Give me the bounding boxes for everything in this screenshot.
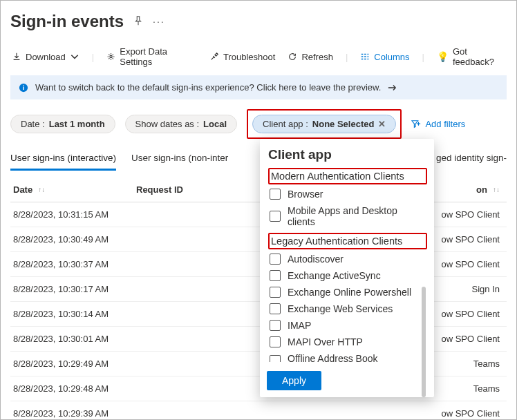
cell-date: 8/28/2023, 10:30:49 AM [13,234,136,245]
checkbox-icon [270,336,281,347]
legacy-options: AutodiscoverExchange ActiveSyncExchange … [267,254,427,364]
add-filters-button[interactable]: Add filters [411,119,465,129]
svg-point-0 [110,55,112,57]
cell-request [136,334,254,344]
cell-date: 8/28/2023, 10:29:39 AM [13,408,136,419]
checkbox-icon [270,320,281,331]
option-label: Mobile Apps and Desktop clients [288,205,427,227]
cell-date: 8/28/2023, 10:30:14 AM [13,309,136,319]
checkbox-option[interactable]: MAPI Over HTTP [270,336,427,347]
troubleshoot-button[interactable]: Troubleshoot [209,52,275,62]
cell-request [136,234,254,245]
checkbox-option[interactable]: Offline Address Book [270,353,427,364]
cell-request [136,209,254,220]
checkbox-option[interactable]: Autodiscover [270,254,427,265]
columns-label: Columns [374,52,409,62]
modern-options: BrowserMobile Apps and Desktop clients [267,189,427,227]
date-filter-pill[interactable]: Date : Last 1 month [10,115,115,133]
sort-icon[interactable]: ↑↓ [38,186,45,193]
client-app-value: None Selected [312,119,375,129]
apply-button[interactable]: Apply [267,371,321,390]
refresh-label: Refresh [301,52,333,62]
option-label: Browser [288,189,323,200]
refresh-button[interactable]: Refresh [288,52,333,62]
checkbox-icon [270,287,281,298]
checkbox-icon [270,355,281,362]
checkbox-option[interactable]: Mobile Apps and Desktop clients [270,205,427,227]
export-settings-button[interactable]: Export Data Settings [106,46,197,67]
troubleshoot-label: Troubleshoot [223,52,275,62]
cell-request [136,359,254,369]
command-bar: Download | Export Data Settings Troubles… [10,46,507,75]
option-label: Autodiscover [288,254,344,265]
arrow-right-icon [388,84,397,92]
download-label: Download [26,52,66,62]
checkbox-option[interactable]: Exchange Online Powershell [270,287,427,298]
more-icon[interactable]: ··· [153,16,165,27]
checkbox-option[interactable]: Exchange ActiveSync [270,270,427,281]
checkbox-option[interactable]: IMAP [270,320,427,331]
date-filter-key: Date : [21,119,45,129]
show-dates-pill[interactable]: Show dates as : Local [125,115,237,133]
client-app-filter-pill[interactable]: Client app : None Selected ✕ [252,115,396,133]
cell-request [136,284,254,294]
modern-auth-header: Modern Authentication Clients [268,168,427,184]
cell-date: 8/28/2023, 10:31:15 AM [13,209,136,220]
separator: | [346,52,348,62]
option-label: MAPI Over HTTP [288,336,363,347]
svg-rect-2 [23,86,24,89]
checkbox-icon [270,270,281,281]
option-label: Exchange Online Powershell [288,287,411,298]
page-title: Sign-in events [10,12,124,31]
checkbox-icon [270,211,281,222]
option-label: Offline Address Book [288,353,377,364]
client-app-highlight: Client app : None Selected ✕ [247,109,402,139]
banner-text: Want to switch back to the default sign-… [35,82,381,93]
export-label: Export Data Settings [120,46,197,67]
column-date[interactable]: Date ↑↓ [13,184,136,195]
download-button[interactable]: Download [12,52,79,62]
cell-date: 8/28/2023, 10:30:37 AM [13,259,136,269]
tab-user-signins-noninteractive[interactable]: User sign-ins (non-inter [131,150,228,171]
separator: | [92,52,94,62]
option-label: IMAP [288,320,311,331]
column-location-label: on [476,184,487,195]
client-app-key: Client app : [263,119,308,129]
client-app-dropdown: Client app Modern Authentication Clients… [260,139,434,397]
pin-icon[interactable] [133,16,143,28]
checkbox-icon [270,254,281,265]
sort-icon[interactable]: ↑↓ [493,186,500,193]
scrollbar[interactable] [422,287,426,397]
cell-date: 8/28/2023, 10:30:01 AM [13,334,136,344]
checkbox-option[interactable]: Browser [270,189,427,200]
svg-rect-3 [23,85,24,86]
cell-app: ow SPO Client [254,408,504,419]
cell-request [136,408,254,419]
option-label: Exchange Web Services [288,303,393,314]
info-icon [19,83,28,93]
tab-managed-identity[interactable]: ged identity sign- [436,150,507,171]
feedback-button[interactable]: 💡 Got feedback? [437,46,507,67]
lightbulb-icon: 💡 [437,51,449,62]
cell-request [136,309,254,319]
column-request-id[interactable]: Request ID [136,184,254,195]
close-icon[interactable]: ✕ [378,119,386,129]
show-dates-key: Show dates as : [135,119,200,129]
add-filters-label: Add filters [425,119,465,129]
checkbox-option[interactable]: Exchange Web Services [270,303,427,314]
column-date-label: Date [13,184,32,195]
column-request-label: Request ID [136,184,183,195]
tab-user-signins-interactive[interactable]: User sign-ins (interactive) [10,150,116,171]
dropdown-title: Client app [268,147,427,162]
table-row[interactable]: 8/28/2023, 10:29:39 AMow SPO Client [10,401,507,420]
show-dates-value: Local [203,119,227,129]
feedback-label: Got feedback? [453,46,507,67]
checkbox-icon [270,189,281,200]
preview-banner[interactable]: Want to switch back to the default sign-… [10,75,507,99]
date-filter-value: Last 1 month [49,119,105,129]
cell-request [136,259,254,269]
legacy-auth-header: Legacy Authentication Clients [268,233,427,249]
checkbox-icon [270,303,281,314]
columns-button[interactable]: Columns [360,52,409,62]
chevron-down-icon [70,52,79,61]
